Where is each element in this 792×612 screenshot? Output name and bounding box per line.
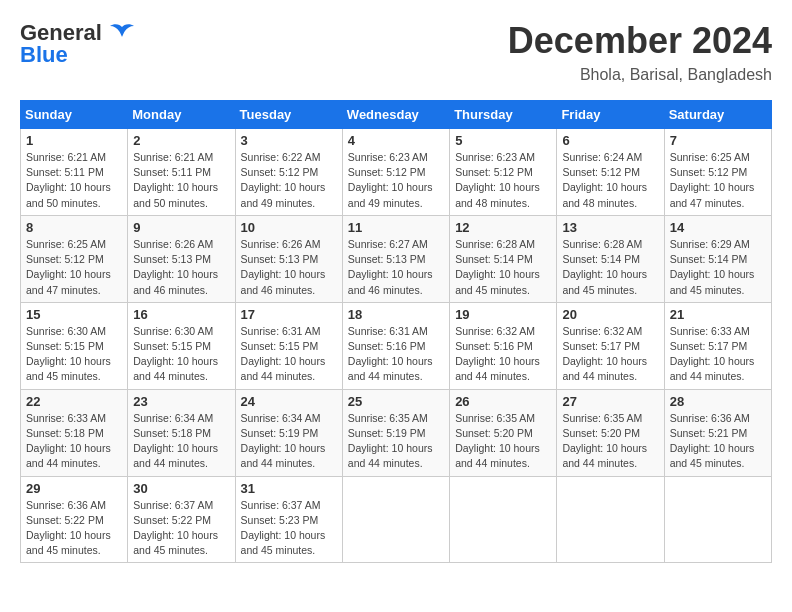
col-tuesday: Tuesday (235, 101, 342, 129)
col-friday: Friday (557, 101, 664, 129)
table-row: 20Sunrise: 6:32 AMSunset: 5:17 PMDayligh… (557, 302, 664, 389)
table-row: 8Sunrise: 6:25 AMSunset: 5:12 PMDaylight… (21, 215, 128, 302)
table-row (342, 476, 449, 563)
calendar-table: Sunday Monday Tuesday Wednesday Thursday… (20, 100, 772, 563)
logo-bird-icon (108, 23, 136, 43)
calendar-header-row: Sunday Monday Tuesday Wednesday Thursday… (21, 101, 772, 129)
table-row: 4Sunrise: 6:23 AMSunset: 5:12 PMDaylight… (342, 129, 449, 216)
page-header: General Blue December 2024 Bhola, Barisa… (20, 20, 772, 84)
col-monday: Monday (128, 101, 235, 129)
table-row: 18Sunrise: 6:31 AMSunset: 5:16 PMDayligh… (342, 302, 449, 389)
table-row: 10Sunrise: 6:26 AMSunset: 5:13 PMDayligh… (235, 215, 342, 302)
table-row: 9Sunrise: 6:26 AMSunset: 5:13 PMDaylight… (128, 215, 235, 302)
col-sunday: Sunday (21, 101, 128, 129)
table-row: 26Sunrise: 6:35 AMSunset: 5:20 PMDayligh… (450, 389, 557, 476)
location-title: Bhola, Barisal, Bangladesh (508, 66, 772, 84)
calendar-week-1: 1Sunrise: 6:21 AMSunset: 5:11 PMDaylight… (21, 129, 772, 216)
month-title: December 2024 (508, 20, 772, 62)
table-row: 28Sunrise: 6:36 AMSunset: 5:21 PMDayligh… (664, 389, 771, 476)
table-row: 5Sunrise: 6:23 AMSunset: 5:12 PMDaylight… (450, 129, 557, 216)
table-row: 16Sunrise: 6:30 AMSunset: 5:15 PMDayligh… (128, 302, 235, 389)
table-row: 30Sunrise: 6:37 AMSunset: 5:22 PMDayligh… (128, 476, 235, 563)
logo: General Blue (20, 20, 136, 68)
table-row: 29Sunrise: 6:36 AMSunset: 5:22 PMDayligh… (21, 476, 128, 563)
table-row: 1Sunrise: 6:21 AMSunset: 5:11 PMDaylight… (21, 129, 128, 216)
table-row: 17Sunrise: 6:31 AMSunset: 5:15 PMDayligh… (235, 302, 342, 389)
calendar-week-3: 15Sunrise: 6:30 AMSunset: 5:15 PMDayligh… (21, 302, 772, 389)
table-row: 6Sunrise: 6:24 AMSunset: 5:12 PMDaylight… (557, 129, 664, 216)
table-row: 27Sunrise: 6:35 AMSunset: 5:20 PMDayligh… (557, 389, 664, 476)
table-row: 15Sunrise: 6:30 AMSunset: 5:15 PMDayligh… (21, 302, 128, 389)
col-saturday: Saturday (664, 101, 771, 129)
table-row: 25Sunrise: 6:35 AMSunset: 5:19 PMDayligh… (342, 389, 449, 476)
table-row: 2Sunrise: 6:21 AMSunset: 5:11 PMDaylight… (128, 129, 235, 216)
calendar-week-5: 29Sunrise: 6:36 AMSunset: 5:22 PMDayligh… (21, 476, 772, 563)
table-row: 23Sunrise: 6:34 AMSunset: 5:18 PMDayligh… (128, 389, 235, 476)
table-row: 24Sunrise: 6:34 AMSunset: 5:19 PMDayligh… (235, 389, 342, 476)
calendar-week-2: 8Sunrise: 6:25 AMSunset: 5:12 PMDaylight… (21, 215, 772, 302)
table-row: 3Sunrise: 6:22 AMSunset: 5:12 PMDaylight… (235, 129, 342, 216)
table-row: 22Sunrise: 6:33 AMSunset: 5:18 PMDayligh… (21, 389, 128, 476)
title-block: December 2024 Bhola, Barisal, Bangladesh (508, 20, 772, 84)
table-row: 21Sunrise: 6:33 AMSunset: 5:17 PMDayligh… (664, 302, 771, 389)
table-row (664, 476, 771, 563)
table-row: 19Sunrise: 6:32 AMSunset: 5:16 PMDayligh… (450, 302, 557, 389)
table-row: 31Sunrise: 6:37 AMSunset: 5:23 PMDayligh… (235, 476, 342, 563)
table-row: 7Sunrise: 6:25 AMSunset: 5:12 PMDaylight… (664, 129, 771, 216)
col-wednesday: Wednesday (342, 101, 449, 129)
table-row: 11Sunrise: 6:27 AMSunset: 5:13 PMDayligh… (342, 215, 449, 302)
table-row: 14Sunrise: 6:29 AMSunset: 5:14 PMDayligh… (664, 215, 771, 302)
calendar-week-4: 22Sunrise: 6:33 AMSunset: 5:18 PMDayligh… (21, 389, 772, 476)
table-row: 12Sunrise: 6:28 AMSunset: 5:14 PMDayligh… (450, 215, 557, 302)
logo-blue-text: Blue (20, 42, 68, 68)
col-thursday: Thursday (450, 101, 557, 129)
table-row (450, 476, 557, 563)
table-row: 13Sunrise: 6:28 AMSunset: 5:14 PMDayligh… (557, 215, 664, 302)
table-row (557, 476, 664, 563)
